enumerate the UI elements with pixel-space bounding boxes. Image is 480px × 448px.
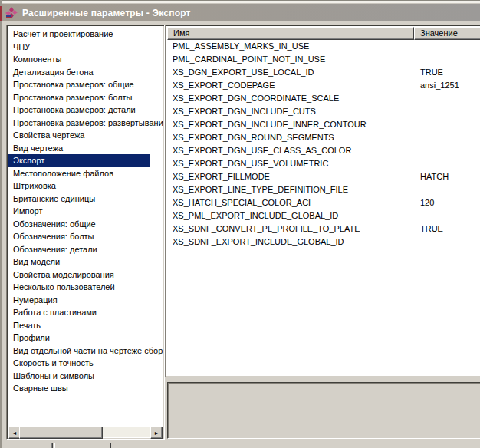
table-row[interactable]: XS_EXPORT_DGN_USE_VOLUMETRIC (167, 157, 480, 170)
scroll-right-icon: ► (154, 430, 159, 436)
param-name-cell: XS_SDNF_EXPORT_INCLUDE_GLOBAL_ID (167, 236, 414, 249)
description-panel (167, 382, 480, 439)
sidebar-item[interactable]: Скорость и точность (8, 357, 163, 370)
param-value-cell: TRUE (414, 66, 480, 79)
param-value-cell (414, 118, 480, 131)
sidebar-item[interactable]: Обозначения: детали (8, 243, 163, 256)
sidebar-item[interactable]: Вид чертежа (8, 142, 163, 155)
param-value-cell: TRUE (414, 222, 480, 236)
sidebar-item[interactable]: Местоположение файлов (8, 167, 163, 180)
param-name-cell: XS_DGN_EXPORT_USE_LOCAL_ID (167, 66, 414, 79)
background-window-sliver (0, 0, 2, 448)
window-title: Расширенные параметры - Экспорт (22, 8, 191, 18)
param-name-cell: XS_SDNF_CONVERT_PL_PROFILE_TO_PLATE (167, 222, 414, 236)
param-name-cell: XS_EXPORT_DGN_ROUND_SEGMENTS (167, 131, 414, 144)
param-value-cell (414, 92, 480, 105)
sidebar-item[interactable]: Компоненты (8, 53, 163, 66)
table-row[interactable]: XS_HATCH_SPECIAL_COLOR_ACI 120 (167, 196, 480, 209)
sidebar-item[interactable]: Импорт (8, 205, 163, 218)
table-row[interactable]: XS_EXPORT_DGN_INCLUDE_INNER_CONTOUR (167, 118, 480, 131)
param-name-cell: XS_EXPORT_CODEPAGE (167, 79, 414, 92)
sidebar-item[interactable]: Несколько пользователей (8, 281, 163, 294)
sidebar-item[interactable]: Нумерация (8, 294, 163, 307)
table-row[interactable]: XS_EXPORT_DGN_USE_CLASS_AS_COLOR (167, 144, 480, 157)
param-value-cell: HATCH (414, 170, 480, 183)
parameter-rows: PML_ASSEMBLY_MARKS_IN_USE PML_CARDINAL_P… (167, 40, 480, 375)
param-name-cell: XS_EXPORT_DGN_USE_CLASS_AS_COLOR (167, 144, 414, 157)
table-row[interactable]: PML_ASSEMBLY_MARKS_IN_USE (167, 40, 480, 53)
table-row[interactable]: XS_EXPORT_FILLMODE HATCH (167, 170, 480, 183)
sidebar-item[interactable]: Британские единицы (8, 193, 163, 206)
sidebar-item[interactable]: Простановка размеров: общие (8, 78, 163, 91)
sidebar-item[interactable]: Экспорт (8, 154, 150, 167)
param-name-cell: PML_ASSEMBLY_MARKS_IN_USE (167, 40, 414, 53)
param-value-cell (414, 144, 480, 157)
param-value-cell (414, 236, 480, 249)
param-value-cell (414, 209, 480, 222)
param-name-cell: XS_EXPORT_DGN_USE_VOLUMETRIC (167, 157, 414, 170)
table-row[interactable]: XS_SDNF_EXPORT_INCLUDE_GLOBAL_ID (167, 236, 480, 249)
sidebar-item[interactable]: Профили (8, 331, 163, 344)
table-row[interactable]: XS_EXPORT_LINE_TYPE_DEFINITION_FILE (167, 183, 480, 196)
category-listbox: Расчёт и проектированиеЧПУКомпонентыДета… (6, 25, 165, 440)
listview-header: Имя Значение (167, 27, 480, 40)
param-name-cell: XS_HATCH_SPECIAL_COLOR_ACI (167, 196, 414, 209)
tekla-logo-icon[interactable] (5, 7, 18, 19)
param-value-cell (414, 183, 480, 196)
param-name-cell: XS_EXPORT_LINE_TYPE_DEFINITION_FILE (167, 183, 414, 196)
category-list-items: Расчёт и проектированиеЧПУКомпонентыДета… (8, 27, 163, 427)
param-name-cell: XS_EXPORT_FILLMODE (167, 170, 414, 183)
param-name-cell: XS_PML_EXPORT_INCLUDE_GLOBAL_ID (167, 209, 414, 222)
sidebar-item[interactable]: Детализация бетона (8, 66, 163, 79)
titlebar[interactable]: Расширенные параметры - Экспорт (2, 3, 480, 21)
sidebar-item[interactable]: Штриховка (8, 180, 163, 193)
sidebar-item[interactable]: Сварные швы (8, 382, 163, 395)
param-value-cell (414, 105, 480, 118)
column-header-name[interactable]: Имя (167, 27, 414, 40)
advanced-options-dialog: Расширенные параметры - Экспорт Расчёт и… (0, 0, 480, 448)
sidebar-item[interactable]: Обозначения: общие (8, 218, 163, 231)
table-row[interactable]: XS_PML_EXPORT_INCLUDE_GLOBAL_ID (167, 209, 480, 222)
sidebar-item[interactable]: Свойства моделирования (8, 268, 163, 282)
scroll-left-icon: ◄ (12, 430, 18, 436)
param-name-cell: XS_EXPORT_DGN_INCLUDE_CUTS (167, 105, 414, 118)
table-row[interactable]: XS_EXPORT_DGN_COORDINATE_SCALE (167, 92, 480, 105)
sidebar-item[interactable]: Работа с пластинами (8, 306, 163, 319)
param-value-cell (414, 131, 480, 144)
sidebar-item[interactable]: Свойства чертежа (8, 129, 163, 142)
dialog-button-cutoff-2[interactable] (54, 443, 111, 448)
sidebar-item[interactable]: Вид модели (8, 255, 163, 268)
dialog-button-cutoff-1[interactable] (5, 443, 53, 448)
sidebar-item[interactable]: Печать (8, 319, 163, 332)
param-value-cell (414, 40, 480, 53)
param-name-cell: PML_CARDINAL_POINT_NOT_IN_USE (167, 53, 414, 66)
param-value-cell: 120 (414, 196, 480, 209)
parameters-listview: Имя Значение PML_ASSEMBLY_MARKS_IN_USE P… (165, 25, 480, 377)
param-name-cell: XS_EXPORT_DGN_INCLUDE_INNER_CONTOUR (167, 118, 414, 131)
param-value-cell (414, 157, 480, 170)
param-value-cell: ansi_1251 (414, 79, 480, 92)
sidebar-item[interactable]: Простановка размеров: развертывани (8, 117, 163, 130)
table-row[interactable]: PML_CARDINAL_POINT_NOT_IN_USE (167, 53, 480, 66)
sidebar-item[interactable]: Простановка размеров: болты (8, 91, 163, 104)
table-row[interactable]: XS_EXPORT_CODEPAGE ansi_1251 (167, 79, 480, 92)
sidebar-item[interactable]: ЧПУ (8, 41, 163, 54)
column-header-value[interactable]: Значение (414, 27, 480, 40)
scrollbar-thumb[interactable] (19, 427, 103, 439)
sidebar-item[interactable]: Шаблоны и символы (8, 370, 163, 383)
param-name-cell: XS_EXPORT_DGN_COORDINATE_SCALE (167, 92, 414, 105)
sidebar-item[interactable]: Вид отдельной части на чертеже сбор (8, 344, 163, 357)
table-row[interactable]: XS_SDNF_CONVERT_PL_PROFILE_TO_PLATE TRUE (167, 222, 480, 236)
table-row[interactable]: XS_DGN_EXPORT_USE_LOCAL_ID TRUE (167, 66, 480, 79)
sidebar-item[interactable]: Простановка размеров: детали (8, 104, 163, 117)
sidebar-item[interactable]: Расчёт и проектирование (8, 28, 163, 41)
sidebar-item[interactable]: Обозначения: болты (8, 230, 163, 243)
table-row[interactable]: XS_EXPORT_DGN_ROUND_SEGMENTS (167, 131, 480, 144)
param-value-cell (414, 53, 480, 66)
horizontal-scrollbar[interactable]: ◄ ► (8, 427, 163, 437)
scroll-right-button[interactable]: ► (150, 427, 163, 439)
table-row[interactable]: XS_EXPORT_DGN_INCLUDE_CUTS (167, 105, 480, 118)
